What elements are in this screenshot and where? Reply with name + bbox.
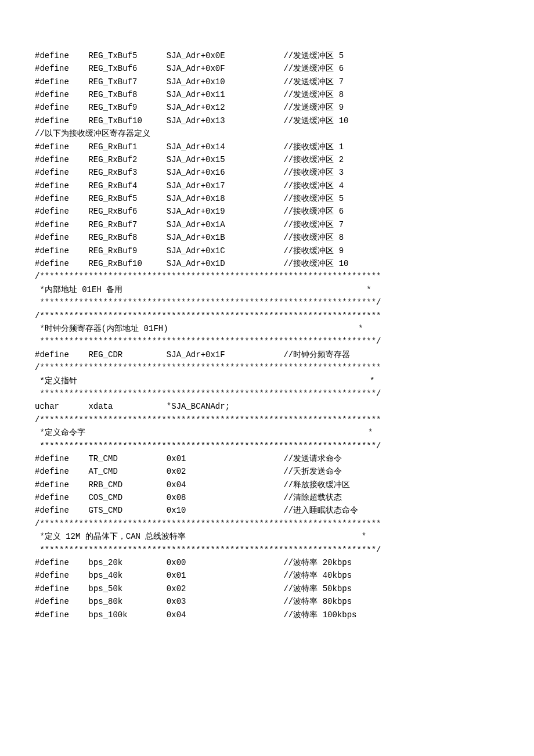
code-line: *时钟分频寄存器(内部地址 01FH) *	[35, 322, 499, 335]
code-line: #define COS_CMD 0x08 //清除超载状态	[35, 491, 499, 504]
code-line: #define REG_RxBuf5 SJA_Adr+0x18 //接收缓冲区 …	[35, 192, 499, 205]
code-line: #define REG_RxBuf6 SJA_Adr+0x19 //接收缓冲区 …	[35, 205, 499, 218]
code-line: #define AT_CMD 0x02 //夭折发送命令	[35, 465, 499, 478]
code-line: #define bps_20k 0x00 //波特率 20kbps	[35, 556, 499, 569]
code-line: #define bps_80k 0x03 //波特率 80kbps	[35, 595, 499, 608]
code-line: #define REG_RxBuf9 SJA_Adr+0x1C //接收缓冲区 …	[35, 244, 499, 257]
code-line: ****************************************…	[35, 335, 499, 348]
code-line: #define REG_TxBuf8 SJA_Adr+0x11 //发送缓冲区 …	[35, 88, 499, 101]
code-line: *定义命令字 *	[35, 426, 499, 439]
code-block: #define REG_TxBuf5 SJA_Adr+0x0E //发送缓冲区 …	[35, 49, 499, 621]
code-line: #define REG_RxBuf7 SJA_Adr+0x1A //接收缓冲区 …	[35, 218, 499, 231]
code-line: #define REG_RxBuf8 SJA_Adr+0x1B //接收缓冲区 …	[35, 231, 499, 244]
code-line: #define REG_TxBuf10 SJA_Adr+0x13 //发送缓冲区…	[35, 114, 499, 127]
code-line: #define bps_100k 0x04 //波特率 100kbps	[35, 609, 499, 621]
code-line: #define RRB_CMD 0x04 //释放接收缓冲区	[35, 478, 499, 491]
code-line: #define REG_TxBuf7 SJA_Adr+0x10 //发送缓冲区 …	[35, 75, 499, 88]
code-line: #define REG_RxBuf3 SJA_Adr+0x16 //接收缓冲区 …	[35, 166, 499, 179]
code-line: ****************************************…	[35, 440, 499, 452]
code-line: #define REG_RxBuf4 SJA_Adr+0x17 //接收缓冲区 …	[35, 179, 499, 192]
code-line: #define TR_CMD 0x01 //发送请求命令	[35, 452, 499, 465]
code-line: #define bps_40k 0x01 //波特率 40kbps	[35, 569, 499, 582]
code-line: #define REG_TxBuf9 SJA_Adr+0x12 //发送缓冲区 …	[35, 101, 499, 114]
code-line: *定义 12M 的晶体下，CAN 总线波特率 *	[35, 530, 499, 543]
code-line: ****************************************…	[35, 296, 499, 309]
code-line: //以下为接收缓冲区寄存器定义	[35, 127, 499, 140]
code-line: #define GTS_CMD 0x10 //进入睡眠状态命令	[35, 504, 499, 517]
code-line: *内部地址 01EH 备用 *	[35, 283, 499, 296]
code-line: /***************************************…	[35, 270, 499, 283]
code-line: *定义指针 *	[35, 375, 499, 387]
code-line: #define REG_RxBuf1 SJA_Adr+0x14 //接收缓冲区 …	[35, 141, 499, 153]
code-line: #define REG_TxBuf6 SJA_Adr+0x0F //发送缓冲区 …	[35, 62, 499, 75]
code-line: /***************************************…	[35, 517, 499, 530]
code-line: /***************************************…	[35, 413, 499, 426]
code-line: /***************************************…	[35, 309, 499, 322]
code-line: #define bps_50k 0x02 //波特率 50kbps	[35, 582, 499, 595]
code-line: ****************************************…	[35, 387, 499, 400]
code-line: uchar xdata *SJA_BCANAdr;	[35, 400, 499, 413]
code-line: #define REG_RxBuf2 SJA_Adr+0x15 //接收缓冲区 …	[35, 153, 499, 166]
code-line: ****************************************…	[35, 543, 499, 556]
code-line: /***************************************…	[35, 361, 499, 374]
code-line: #define REG_RxBuf10 SJA_Adr+0x1D //接收缓冲区…	[35, 257, 499, 270]
code-line: #define REG_CDR SJA_Adr+0x1F //时钟分频寄存器	[35, 348, 499, 361]
code-line: #define REG_TxBuf5 SJA_Adr+0x0E //发送缓冲区 …	[35, 49, 499, 62]
